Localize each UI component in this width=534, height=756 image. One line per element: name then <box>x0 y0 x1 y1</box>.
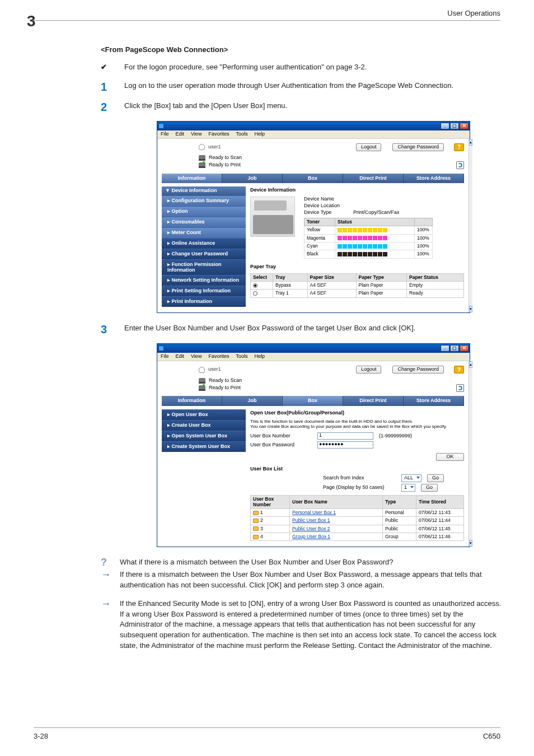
menu-view[interactable]: View <box>191 132 202 137</box>
tab-job[interactable]: Job <box>222 396 283 406</box>
box-number-hint: (1-999999999) <box>379 433 412 439</box>
maximize-button[interactable]: ▢ <box>450 123 459 129</box>
help-icon[interactable]: ? <box>454 143 464 151</box>
scroll-down-icon[interactable]: ▾ <box>469 540 472 547</box>
logout-button[interactable]: Logout <box>356 366 382 374</box>
refresh-icon[interactable] <box>456 384 464 392</box>
ready-scan-text: Ready to Scan <box>209 378 242 384</box>
user-icon <box>199 367 205 373</box>
menu-favorites[interactable]: Favorites <box>208 132 229 137</box>
minimize-button[interactable]: _ <box>441 345 449 352</box>
tab-direct-print[interactable]: Direct Print <box>343 174 404 184</box>
tab-store-address[interactable]: Store Address <box>404 396 464 406</box>
radio-selected[interactable] <box>253 283 257 288</box>
user-box-link[interactable]: Group User Box 1 <box>292 534 330 539</box>
scrollbar[interactable]: ▴ ▾ <box>469 139 472 313</box>
step-3-text: Enter the User Box Number and User Box P… <box>124 323 504 335</box>
box-password-label: User Box Password <box>250 442 312 448</box>
help-icon[interactable]: ? <box>454 366 464 374</box>
box-number-input[interactable]: 1 <box>317 432 373 440</box>
arrow-icon: → <box>101 599 110 651</box>
sidebar-item-open-system-box[interactable]: ▸ Open System User Box <box>162 431 246 441</box>
scanner-icon <box>199 378 205 384</box>
user-box-link[interactable]: Public User Box 2 <box>292 526 330 531</box>
menu-favorites[interactable]: Favorites <box>208 354 229 360</box>
menu-file[interactable]: File <box>161 354 169 360</box>
sidebar-item-change-pw[interactable]: ▸ Change User Password <box>162 249 246 259</box>
user-box-link[interactable]: Public User Box 1 <box>292 517 330 523</box>
sidebar-item-func-perm[interactable]: ▸ Function Permission Information <box>162 259 246 276</box>
close-button[interactable]: ✕ <box>460 345 469 352</box>
refresh-icon[interactable] <box>456 161 464 169</box>
scroll-up-icon[interactable]: ▴ <box>469 361 472 368</box>
menu-file[interactable]: File <box>161 132 169 137</box>
sidebar-item-create-system-box[interactable]: ▸ Create System User Box <box>162 441 246 452</box>
tab-information[interactable]: Information <box>162 174 222 184</box>
maximize-button[interactable]: ▢ <box>450 345 459 352</box>
table-row: Bypass A4 SEF Plain Paper Empty <box>251 281 464 289</box>
menu-edit[interactable]: Edit <box>176 132 185 137</box>
device-location-label: Device Location <box>304 203 349 209</box>
tab-box[interactable]: Box <box>283 174 343 184</box>
step-1-number: 1 <box>101 81 110 93</box>
sidebar-item-online-assist[interactable]: ▸ Online Assistance <box>162 238 246 249</box>
scanner-icon <box>199 155 205 161</box>
go-button-1[interactable]: Go <box>427 474 444 482</box>
menu-view[interactable]: View <box>191 354 202 360</box>
go-button-2[interactable]: Go <box>421 484 438 492</box>
menu-edit[interactable]: Edit <box>176 354 185 360</box>
device-image <box>250 197 295 237</box>
chapter-marker: 3 <box>27 12 36 30</box>
search-select[interactable]: ALL <box>401 474 421 482</box>
sidebar-item-config-summary[interactable]: ▸ Configuration Summary <box>162 195 246 206</box>
page-select[interactable]: 1 <box>401 484 415 492</box>
tab-job[interactable]: Job <box>222 174 283 184</box>
panel-desc-2: You can create Box according to your pur… <box>250 424 464 430</box>
sidebar-item-open-user-box[interactable]: ▸ Open User Box <box>162 409 246 420</box>
close-button[interactable]: ✕ <box>460 123 469 129</box>
qa-question: What if there is a mismatch between the … <box>120 557 504 568</box>
checkmark-icon: ✔ <box>101 62 110 73</box>
sidebar-item-print-setting[interactable]: ▸ Print Setting Information <box>162 286 246 296</box>
tab-store-address[interactable]: Store Address <box>404 174 464 184</box>
menu-help[interactable]: Help <box>254 132 265 137</box>
ie-icon <box>158 123 164 129</box>
tab-direct-print[interactable]: Direct Print <box>343 396 404 406</box>
list-item: 3Public User Box 2Public07/06/12 11:45 <box>251 525 464 533</box>
minimize-button[interactable]: _ <box>441 123 449 129</box>
scroll-up-icon[interactable]: ▴ <box>469 139 472 146</box>
logout-button[interactable]: Logout <box>356 143 382 151</box>
device-name-label: Device Name <box>304 197 349 202</box>
sidebar-item-print-info[interactable]: ▸ Print Information <box>162 296 246 307</box>
menu-tools[interactable]: Tools <box>236 354 247 360</box>
change-password-button[interactable]: Change Password <box>392 143 444 151</box>
ready-print-text: Ready to Print <box>209 385 241 391</box>
panel-title-open-box: Open User Box(Public/Group/Personal) <box>250 410 464 416</box>
user-box-list-table: User Box Number User Box Name Type Time … <box>250 495 464 541</box>
sidebar-item-meter[interactable]: ▸ Meter Count <box>162 227 246 238</box>
sidebar-item-create-user-box[interactable]: ▸ Create User Box <box>162 420 246 431</box>
arrow-icon: → <box>101 570 110 591</box>
footer-left: 3-28 <box>34 732 48 740</box>
sidebar-item-option[interactable]: ▸ Option <box>162 206 246 217</box>
paper-tray-title: Paper Tray <box>250 264 464 270</box>
qa-answer-2: If the Enhanced Security Mode is set to … <box>120 599 504 651</box>
tab-information[interactable]: Information <box>162 396 222 406</box>
radio-unselected[interactable] <box>253 291 257 296</box>
menu-tools[interactable]: Tools <box>236 132 247 137</box>
scrollbar[interactable]: ▴ ▾ <box>469 361 472 547</box>
sidebar-item-consumables[interactable]: ▸ Consumables <box>162 217 246 227</box>
user-icon <box>199 144 205 150</box>
qa-answer-1: If there is a mismatch between the User … <box>120 570 504 591</box>
header-rule <box>34 20 500 21</box>
change-password-button[interactable]: Change Password <box>392 366 444 374</box>
menu-help[interactable]: Help <box>254 354 265 360</box>
box-password-input[interactable]: ●●●●●●●● <box>317 441 373 449</box>
tab-box[interactable]: Box <box>283 396 343 406</box>
user-box-link[interactable]: Personal User Box 1 <box>292 510 336 515</box>
sidebar-item-net-setting[interactable]: ▸ Network Setting Information <box>162 275 246 286</box>
list-item: 2Public User Box 1Public07/06/12 11:44 <box>251 517 464 525</box>
sidebar-head[interactable]: ▼ Device Information <box>162 186 246 195</box>
ok-button[interactable]: OK <box>436 453 464 461</box>
scroll-down-icon[interactable]: ▾ <box>469 306 472 312</box>
